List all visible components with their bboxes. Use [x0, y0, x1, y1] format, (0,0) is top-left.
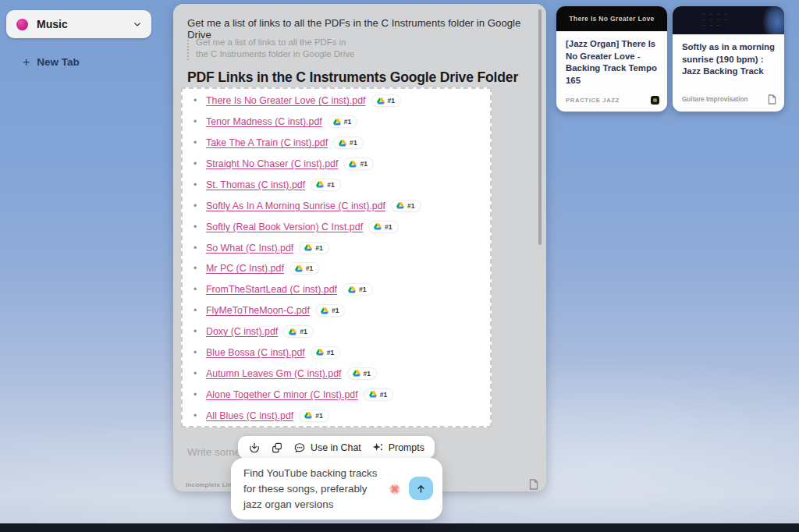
list-item: • Take The A Train (C inst).pdf #1: [194, 133, 490, 154]
google-drive-icon: [339, 140, 346, 147]
list-item: • Tenor Madness (C inst).pdf #1: [194, 112, 490, 133]
workspace-selector[interactable]: Music: [6, 10, 151, 38]
pdf-link[interactable]: There Is No Greater Love (C inst).pdf: [206, 95, 366, 106]
pdf-link[interactable]: FlyMeToTheMoon-C.pdf: [206, 305, 310, 316]
chevron-down-icon: [133, 20, 142, 29]
pdf-link[interactable]: Softly (Real Book Version) C Inst.pdf: [206, 222, 363, 232]
drive-badge-count: #1: [364, 370, 371, 378]
video-card-softly-morning-sunrise[interactable]: ─ ─ ─ ── ─ ─ ── ─ ─ Softly as in a morni…: [673, 6, 784, 112]
pdf-link[interactable]: Tenor Madness (C inst).pdf: [206, 116, 322, 127]
new-tab-button[interactable]: + New Tab: [23, 56, 80, 68]
quoted-prompt: Get me a list of links to all the PDFs i…: [187, 37, 354, 60]
drive-badge[interactable]: #1: [311, 179, 340, 190]
google-drive-icon: [333, 119, 341, 126]
drive-badge[interactable]: #1: [284, 326, 313, 337]
list-item: • FromTheStartLead (C inst).pdf #1: [194, 279, 490, 300]
bullet: •: [194, 200, 200, 211]
prompts-button[interactable]: Prompts: [371, 442, 424, 454]
drive-badge-count: #1: [300, 328, 307, 335]
video-title[interactable]: Softly as in a morning sunrise (190 bpm)…: [673, 34, 784, 78]
download-button[interactable]: [248, 442, 261, 454]
card-scrollbar[interactable]: [538, 9, 542, 245]
pdf-link[interactable]: Straight No Chaser (C inst).pdf: [206, 158, 338, 169]
quoted-prompt-line1: Get me a list of links to all the PDFs i…: [196, 37, 354, 48]
video-footer: PRACTICE JAZZ: [566, 96, 659, 105]
list-item: • All Blues (C inst).pdf #1: [194, 405, 490, 426]
drive-badge[interactable]: #1: [392, 200, 421, 211]
video-title[interactable]: [Jazz Organ] There Is No Greater Love - …: [556, 31, 667, 87]
drive-badge-count: #1: [388, 97, 396, 105]
note-card[interactable]: Get me a list of links to all the PDFs i…: [173, 4, 546, 491]
drive-badge[interactable]: #1: [372, 95, 401, 106]
drive-badge-count: #1: [350, 139, 357, 147]
plus-icon: +: [23, 57, 30, 68]
use-in-chat-button[interactable]: Use in Chat: [293, 442, 361, 454]
drive-badge-count: #1: [327, 181, 335, 189]
google-drive-icon: [374, 223, 382, 230]
send-button[interactable]: [409, 477, 433, 500]
pdf-link[interactable]: Take The A Train (C inst).pdf: [206, 137, 328, 148]
drive-badge[interactable]: #1: [364, 389, 393, 400]
pdf-link[interactable]: All Blues (C inst).pdf: [206, 410, 293, 421]
drive-badge[interactable]: #1: [328, 116, 357, 127]
drive-badge-count: #1: [407, 202, 415, 210]
google-drive-icon: [295, 265, 303, 272]
google-drive-icon: [353, 370, 360, 377]
pdf-link[interactable]: Doxy (C inst).pdf: [206, 326, 278, 337]
bullet: •: [194, 368, 200, 379]
pdf-link[interactable]: Mr PC (C Inst).pdf: [206, 263, 284, 274]
sparkle-icon: [371, 442, 384, 454]
list-item: • St. Thomas (C inst).pdf #1: [194, 175, 490, 196]
drive-badge-count: #1: [315, 244, 323, 252]
drive-badge[interactable]: #1: [311, 347, 340, 358]
arrow-up-icon: [415, 483, 427, 495]
drive-badge-count: #1: [360, 160, 368, 168]
thumbnail-title-text: There Is No Greater Love: [569, 15, 654, 23]
prompt-suggestion-text: Find YouTube backing tracks for these so…: [243, 466, 389, 512]
drive-badge[interactable]: #1: [300, 410, 328, 421]
bullet: •: [194, 179, 200, 190]
drive-badge[interactable]: #1: [334, 137, 363, 148]
document-icon[interactable]: [529, 479, 538, 490]
pdf-link[interactable]: So What (C Inst).pdf: [206, 243, 293, 254]
bullet: •: [194, 137, 200, 148]
drive-badge[interactable]: #1: [344, 158, 373, 169]
drive-badge[interactable]: #1: [290, 263, 319, 274]
pdf-link[interactable]: Autumn Leaves Gm (C inst).pdf: [206, 368, 342, 379]
drive-badge[interactable]: #1: [300, 243, 328, 254]
drive-badge[interactable]: #1: [369, 222, 398, 232]
google-drive-icon: [289, 328, 297, 335]
drive-badge[interactable]: #1: [348, 368, 377, 379]
video-thumbnail: ─ ─ ─ ── ─ ─ ── ─ ─: [673, 6, 784, 34]
pdf-link[interactable]: St. Thomas (C inst).pdf: [206, 179, 305, 190]
quoted-prompt-line2: the C Instruments folder in Google Drive: [196, 48, 354, 60]
bullet: •: [194, 326, 200, 337]
list-item: • Autumn Leaves Gm (C inst).pdf #1: [194, 363, 490, 384]
channel-avatar: [651, 96, 659, 105]
pdf-link[interactable]: FromTheStartLead (C inst).pdf: [206, 284, 337, 295]
list-item: • Softly As In A Morning Sunrise (C inst…: [194, 195, 490, 216]
pdf-link[interactable]: Alone Together C minor (C Inst).pdf: [206, 389, 358, 400]
note-input[interactable]: Write somet: [187, 446, 243, 458]
pdf-link[interactable]: Blue Bossa (C inst).pdf: [206, 347, 305, 358]
video-card-there-is-no-greater-love[interactable]: There Is No Greater Love [Jazz Organ] Th…: [556, 6, 667, 112]
drive-badge-count: #1: [359, 286, 367, 293]
google-drive-icon: [304, 412, 312, 419]
selection-toolbar: Use in Chat Prompts: [238, 436, 435, 459]
list-item: • FlyMeToTheMoon-C.pdf #1: [194, 300, 490, 321]
thumbnail-texture: ─ ─ ─ ── ─ ─ ── ─ ─: [702, 12, 729, 28]
pdf-link[interactable]: Softly As In A Morning Sunrise (C inst).…: [206, 200, 385, 211]
burst-icon: [389, 483, 401, 495]
google-drive-icon: [348, 286, 356, 293]
drive-badge[interactable]: #1: [343, 284, 372, 295]
list-item: • Softly (Real Book Version) C Inst.pdf …: [194, 216, 490, 237]
google-drive-icon: [316, 181, 324, 188]
list-item: • There Is No Greater Love (C inst).pdf …: [194, 90, 490, 112]
drive-badge[interactable]: #1: [316, 305, 345, 316]
video-thumbnail: There Is No Greater Love: [556, 6, 667, 31]
pdf-link-list[interactable]: • There Is No Greater Love (C inst).pdf …: [181, 87, 492, 427]
copy-button[interactable]: [271, 442, 283, 454]
drive-badge-count: #1: [315, 412, 323, 420]
channel-name: PRACTICE JAZZ: [566, 97, 620, 104]
drive-badge-count: #1: [306, 264, 314, 272]
